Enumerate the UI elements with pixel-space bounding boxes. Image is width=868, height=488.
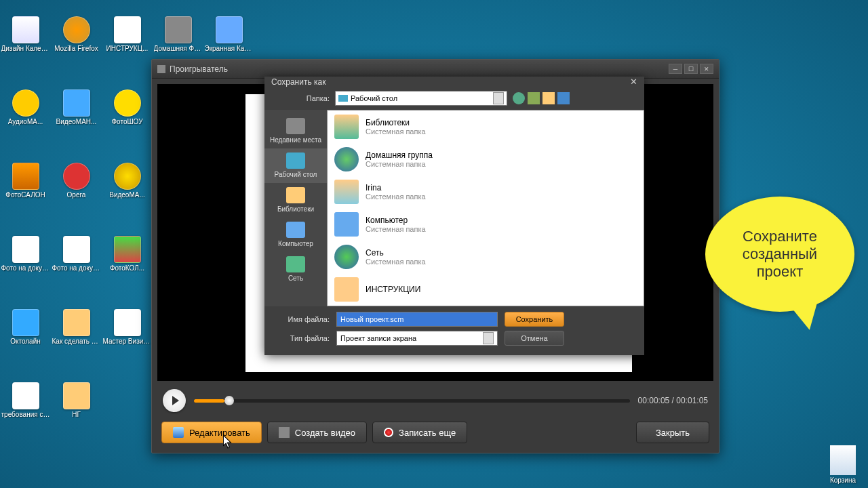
close-button[interactable]: ✕ — [700, 64, 713, 74]
computer-item-icon — [334, 212, 359, 237]
maximize-button[interactable]: ☐ — [684, 64, 698, 74]
edit-button[interactable]: Редактировать — [161, 422, 262, 443]
player-buttons: Редактировать Создать видео Записать еще… — [152, 418, 719, 453]
window-title: Проигрыватель — [170, 64, 228, 74]
recycle-label: Корзина — [830, 476, 856, 484]
close-player-button[interactable]: Закрыть — [636, 422, 709, 443]
place-desktop[interactable]: Рабочий стол — [264, 148, 327, 183]
play-button[interactable] — [163, 389, 186, 412]
app-icon — [157, 65, 165, 73]
callout-text: Сохраните созданный проект — [719, 228, 841, 281]
desktop-icon[interactable]: Экранная Камера — [203, 6, 254, 62]
desktop-icon[interactable]: ВидеоМА... — [102, 152, 153, 208]
desktop-icon[interactable]: Как сделать слайд-шоу... — [51, 299, 102, 354]
filename-input[interactable] — [336, 312, 498, 327]
network-icon — [286, 256, 305, 272]
user-icon — [334, 180, 359, 204]
player-titlebar[interactable]: Проигрыватель ─ ☐ ✕ — [152, 60, 719, 79]
folder-label: Папка: — [271, 94, 330, 102]
place-libraries[interactable]: Библиотеки — [264, 183, 327, 218]
time-display: 00:00:05 / 00:01:05 — [638, 396, 708, 405]
folder-icon — [334, 115, 359, 139]
desktop-icon[interactable]: ФотоКОЛ... — [102, 226, 153, 281]
list-item[interactable]: КомпьютерСистемная папка — [328, 208, 644, 241]
desktop-icon[interactable]: Фото на документ... — [0, 226, 51, 281]
file-list[interactable]: БиблиотекиСистемная папка Домашняя групп… — [327, 110, 644, 306]
desktop-icon — [338, 95, 348, 102]
desktop-place-icon — [286, 152, 305, 169]
list-item[interactable]: IrinaСистемная папка — [328, 176, 644, 208]
views-button[interactable] — [557, 92, 570, 104]
desktop-icon[interactable]: НГ — [51, 372, 102, 428]
place-network[interactable]: Сеть — [264, 252, 327, 287]
filetype-label: Тип файла: — [271, 334, 330, 342]
timeline-fill — [194, 399, 224, 403]
record-icon — [384, 428, 393, 437]
desktop-icon[interactable]: ИНСТРУКЦ... — [102, 6, 153, 62]
folder-select[interactable]: Рабочий стол — [335, 91, 507, 106]
desktop-icon[interactable]: Октолайн — [0, 299, 51, 354]
save-button[interactable]: Сохранить — [505, 312, 564, 327]
player-controls: 00:00:05 / 00:01:05 — [152, 386, 719, 418]
save-as-dialog: Сохранить как ✕ Папка: Рабочий стол Неда… — [264, 77, 644, 354]
desktop-icon[interactable]: ФотоШОУ — [102, 79, 153, 135]
folder-icon — [334, 277, 359, 302]
computer-icon — [286, 222, 305, 238]
desktop-icon[interactable]: Мастер Визиток — [102, 299, 153, 354]
desktop-icon[interactable]: Дизайн Календарей — [0, 6, 51, 62]
trash-icon — [830, 445, 856, 475]
desktop-icon[interactable]: Фото на документ... — [51, 226, 102, 281]
place-computer[interactable]: Компьютер — [264, 218, 327, 252]
list-item[interactable]: ИНСТРУКЦИИ — [328, 273, 644, 306]
desktop-icon[interactable]: АудиоМА... — [0, 79, 51, 135]
create-video-button[interactable]: Создать видео — [267, 422, 367, 443]
back-button[interactable] — [513, 92, 525, 104]
pencil-icon — [173, 427, 184, 438]
chevron-down-icon[interactable] — [483, 332, 494, 344]
desktop-icon[interactable]: ВидеоМАН... — [51, 79, 102, 135]
chevron-down-icon[interactable] — [493, 92, 504, 104]
place-recent[interactable]: Недавние места — [264, 114, 327, 148]
libraries-icon — [286, 187, 305, 203]
places-bar: Недавние места Рабочий стол Библиотеки К… — [264, 110, 327, 306]
desktop-icon[interactable]: Opera — [51, 152, 102, 208]
callout-bubble: Сохраните созданный проект — [705, 197, 854, 312]
desktop-icon[interactable]: ФотоСАЛОН — [0, 152, 51, 208]
record-more-button[interactable]: Записать еще — [372, 422, 467, 443]
dialog-close-button[interactable]: ✕ — [630, 77, 637, 87]
list-item[interactable]: Домашняя группаСистемная папка — [328, 143, 644, 176]
timeline[interactable] — [194, 399, 630, 403]
up-button[interactable] — [528, 92, 540, 104]
desktop-icon[interactable]: Домашняя Фотостудия — [153, 6, 203, 62]
filetype-select[interactable]: Проект записи экрана — [336, 331, 498, 346]
new-folder-button[interactable] — [542, 92, 555, 104]
desktop-icon[interactable]: Mozilla Firefox — [51, 6, 102, 62]
recycle-bin[interactable]: Корзина — [830, 445, 856, 484]
cancel-button[interactable]: Отмена — [505, 331, 564, 346]
filename-label: Имя файла: — [271, 315, 330, 323]
network-item-icon — [334, 245, 359, 269]
dialog-title: Сохранить как — [271, 77, 326, 87]
recent-icon — [286, 118, 305, 134]
timeline-thumb[interactable] — [224, 396, 234, 405]
minimize-button[interactable]: ─ — [669, 64, 682, 74]
list-item[interactable]: СетьСистемная папка — [328, 241, 644, 273]
homegroup-icon — [334, 147, 359, 171]
film-icon — [279, 427, 290, 438]
desktop-icon[interactable]: требования статьям.d... — [0, 372, 51, 428]
list-item[interactable]: БиблиотекиСистемная папка — [328, 110, 644, 143]
dialog-titlebar[interactable]: Сохранить как ✕ — [264, 77, 644, 87]
